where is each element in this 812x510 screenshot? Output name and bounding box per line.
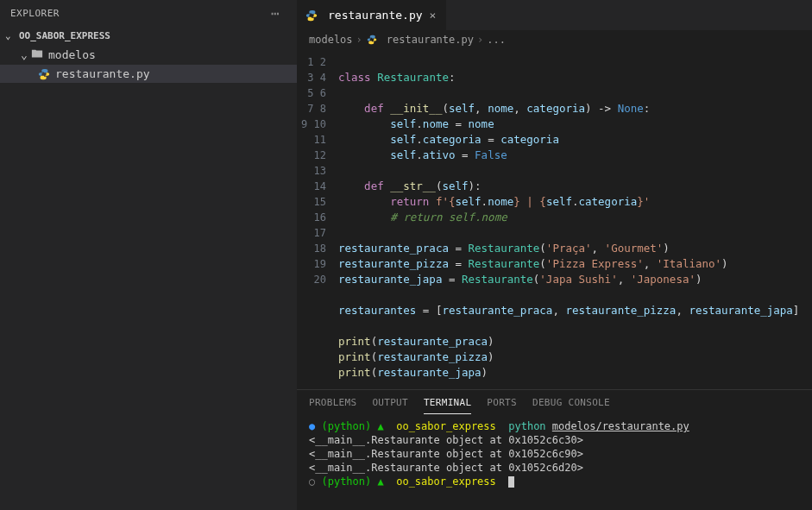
folder-item-modelos[interactable]: ⌄ modelos: [0, 45, 297, 65]
terminal-output: <__main__.Restaurante object at 0x1052c6…: [309, 461, 800, 475]
tab-label: restaurante.py: [328, 9, 423, 22]
tab-restaurante[interactable]: restaurante.py ×: [297, 0, 446, 30]
chevron-down-icon: ⌄: [21, 48, 31, 61]
close-icon[interactable]: ×: [428, 9, 438, 22]
explorer-header: EXPLORER ⋯: [0, 0, 297, 27]
tab-debug-console[interactable]: DEBUG CONSOLE: [532, 397, 610, 414]
python-icon: [38, 68, 50, 80]
code-editor[interactable]: 1 2 3 4 5 6 7 8 9 10 11 12 13 14 15 16 1…: [297, 49, 812, 389]
line-gutter: 1 2 3 4 5 6 7 8 9 10 11 12 13 14 15 16 1…: [297, 49, 338, 389]
chevron-down-icon: ⌄: [5, 30, 16, 41]
terminal-content[interactable]: ● (python) ▲ oo_sabor_express python mod…: [297, 414, 812, 510]
breadcrumb[interactable]: modelos › restaurante.py › ...: [297, 30, 812, 49]
breadcrumb-file: restaurante.py: [387, 34, 474, 46]
explorer-title: EXPLORER: [10, 8, 60, 19]
panel-tabs: PROBLEMS OUTPUT TERMINAL PORTS DEBUG CON…: [297, 390, 812, 414]
project-root[interactable]: ⌄ OO_SABOR_EXPRESS: [0, 27, 297, 45]
code-content[interactable]: class Restaurante: def __init__(self, no…: [338, 49, 799, 389]
folder-icon: [31, 47, 43, 62]
project-name: OO_SABOR_EXPRESS: [19, 30, 110, 41]
python-icon: [305, 9, 318, 22]
tab-ports[interactable]: PORTS: [487, 397, 517, 414]
terminal-output: <__main__.Restaurante object at 0x1052c6…: [309, 447, 800, 461]
terminal-output: <__main__.Restaurante object at 0x1052c6…: [309, 433, 800, 447]
explorer-sidebar: EXPLORER ⋯ ⌄ OO_SABOR_EXPRESS ⌄ modelos …: [0, 0, 297, 510]
more-icon[interactable]: ⋯: [264, 5, 286, 22]
editor-area: restaurante.py × modelos › restaurante.p…: [297, 0, 812, 510]
python-icon: [366, 34, 378, 46]
tab-output[interactable]: OUTPUT: [372, 397, 408, 414]
file-label: restaurante.py: [55, 67, 150, 80]
folder-label: modelos: [48, 48, 96, 61]
file-item-restaurante[interactable]: restaurante.py: [0, 65, 297, 83]
breadcrumb-trail: ...: [487, 34, 506, 46]
chevron-right-icon: ›: [477, 34, 483, 46]
tab-bar: restaurante.py ×: [297, 0, 812, 30]
tab-terminal[interactable]: TERMINAL: [424, 397, 471, 414]
terminal-cursor: [508, 476, 514, 488]
chevron-right-icon: ›: [356, 34, 362, 46]
tab-problems[interactable]: PROBLEMS: [309, 397, 356, 414]
breadcrumb-folder: modelos: [309, 34, 353, 46]
bottom-panel: PROBLEMS OUTPUT TERMINAL PORTS DEBUG CON…: [297, 389, 812, 510]
